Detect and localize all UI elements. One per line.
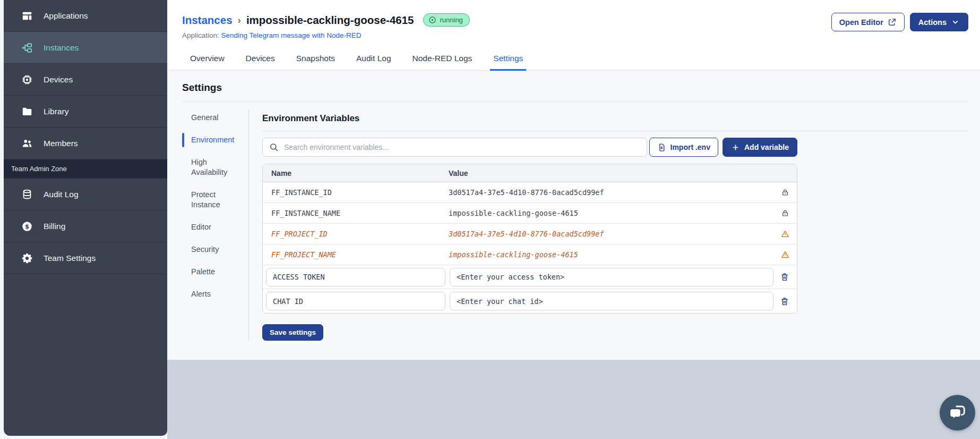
trash-icon[interactable] [780,297,789,306]
env-name-input[interactable] [266,292,445,310]
settings-nav-alerts[interactable]: Alerts [182,289,242,299]
import-env-button[interactable]: Import .env [649,138,718,157]
tab-audit-log[interactable]: Audit Log [353,49,394,71]
column-header-value: Value [449,169,773,178]
svg-text:$: $ [25,223,29,230]
env-var-value: impossible-cackling-goose-4615 [449,209,773,217]
sidebar-item-label: Billing [44,222,65,231]
app-root: ApplicationsInstancesDevicesLibraryMembe… [0,0,980,439]
env-var-row: FF_PROJECT_NAMEimpossible-cackling-goose… [263,244,797,265]
library-icon [21,106,34,117]
sidebar-section-label: Team Admin Zone [4,159,167,179]
env-var-value: impossible-cackling-goose-4615 [449,250,773,259]
tab-settings[interactable]: Settings [490,49,526,71]
chat-widget-button[interactable] [940,395,975,430]
running-play-icon [428,16,436,24]
sidebar-item-library[interactable]: Library [4,96,167,128]
applications-icon [21,10,34,22]
tab-devices[interactable]: Devices [243,49,278,71]
settings-nav-editor[interactable]: Editor [182,222,242,232]
environment-section: Environment Variables Import .env Ad [262,109,969,341]
trash-icon[interactable] [780,272,789,282]
settings-nav-security[interactable]: Security [182,244,242,255]
application-line: Application: Sending Telegram message wi… [182,31,969,39]
sidebar-item-label: Members [44,139,78,148]
warning-icon [781,250,789,259]
settings-nav-protect-instance[interactable]: Protect Instance [182,190,242,210]
environment-toolbar: Import .env Add variable [262,138,797,157]
column-header-name: Name [263,169,449,178]
settings-nav-environment[interactable]: Environment [182,135,242,145]
add-variable-button[interactable]: Add variable [723,138,797,157]
search-box [262,138,647,157]
sidebar-item-team-settings[interactable]: Team Settings [4,242,167,274]
audit-log-icon [21,189,34,200]
members-icon [21,138,34,149]
chat-icon [948,403,968,423]
settings-title: Settings [182,82,969,94]
warning-icon [781,230,789,238]
env-var-row: FF_INSTANCE_ID3d0517a4-37e5-4d10-8776-0a… [263,182,797,203]
sidebar: ApplicationsInstancesDevicesLibraryMembe… [4,0,167,436]
settings-nav-general[interactable]: General [182,113,242,123]
tab-node-red-logs[interactable]: Node-RED Logs [409,49,476,71]
search-input[interactable] [284,143,640,151]
settings-nav-palette[interactable]: Palette [182,267,242,277]
actions-button[interactable]: Actions [910,13,968,31]
save-settings-button[interactable]: Save settings [262,324,323,341]
status-badge: running [423,13,469,27]
sidebar-item-billing[interactable]: $Billing [4,210,167,242]
open-editor-button[interactable]: Open Editor [831,13,905,31]
env-name-input[interactable] [266,268,445,286]
environment-variables-table: Name Value FF_INSTANCE_ID3d0517a4-37e5-4… [262,164,797,314]
application-link[interactable]: Sending Telegram message with Node-RED [221,31,362,39]
env-var-name: FF_PROJECT_NAME [263,250,449,259]
settings-nav-divider [248,109,249,341]
sidebar-item-instances[interactable]: Instances [4,32,167,64]
tab-overview[interactable]: Overview [187,49,228,71]
billing-icon: $ [21,221,34,232]
status-badge-label: running [440,16,462,24]
sidebar-item-members[interactable]: Members [4,128,167,159]
settings-nav: GeneralEnvironmentHigh AvailabilityProte… [182,109,248,341]
page-footer-area [167,360,980,439]
table-body: FF_INSTANCE_ID3d0517a4-37e5-4d10-8776-0a… [263,182,797,313]
sidebar-item-label: Library [44,107,68,116]
header-actions: Open Editor Actions [831,13,968,31]
import-file-icon [657,143,666,152]
sidebar-nav: ApplicationsInstancesDevicesLibraryMembe… [4,0,167,274]
tab-snapshots[interactable]: Snapshots [293,49,338,71]
sidebar-item-label: Applications [44,11,88,21]
team-settings-icon [21,252,34,264]
devices-icon [21,74,34,86]
env-var-value: 3d0517a4-37e5-4d10-8776-0acad5cd99ef [449,188,773,197]
actions-label: Actions [918,18,947,27]
sidebar-item-audit-log[interactable]: Audit Log [4,179,167,210]
breadcrumb-instances-link[interactable]: Instances [182,14,233,27]
lock-icon [781,209,789,217]
breadcrumb-separator: › [238,14,241,26]
page-title: impossible-cackling-goose-4615 [246,14,414,27]
application-label: Application: [182,31,219,39]
env-var-row [263,265,797,289]
env-var-name: FF_INSTANCE_NAME [263,209,449,217]
sidebar-item-label: Audit Log [44,190,79,199]
search-icon [269,142,279,152]
settings-divider [182,102,969,102]
table-header-row: Name Value [263,164,797,182]
settings-nav-high-availability[interactable]: High Availability [182,157,242,178]
tabs: OverviewDevicesSnapshotsAudit LogNode-RE… [187,49,980,70]
sidebar-item-label: Devices [44,75,73,85]
env-value-input[interactable] [450,268,773,286]
instances-icon [21,42,34,54]
open-editor-label: Open Editor [839,18,883,27]
main-panel: Instances › impossible-cackling-goose-46… [167,0,980,439]
sidebar-item-applications[interactable]: Applications [4,0,167,32]
sidebar-item-devices[interactable]: Devices [4,64,167,96]
instance-header: Instances › impossible-cackling-goose-46… [167,0,980,71]
env-var-row: FF_INSTANCE_NAMEimpossible-cackling-goos… [263,203,797,224]
env-var-value: 3d0517a4-37e5-4d10-8776-0acad5cd99ef [449,230,773,238]
settings-body: GeneralEnvironmentHigh AvailabilityProte… [182,109,969,341]
environment-variables-title: Environment Variables [262,113,969,131]
env-value-input[interactable] [450,292,773,310]
